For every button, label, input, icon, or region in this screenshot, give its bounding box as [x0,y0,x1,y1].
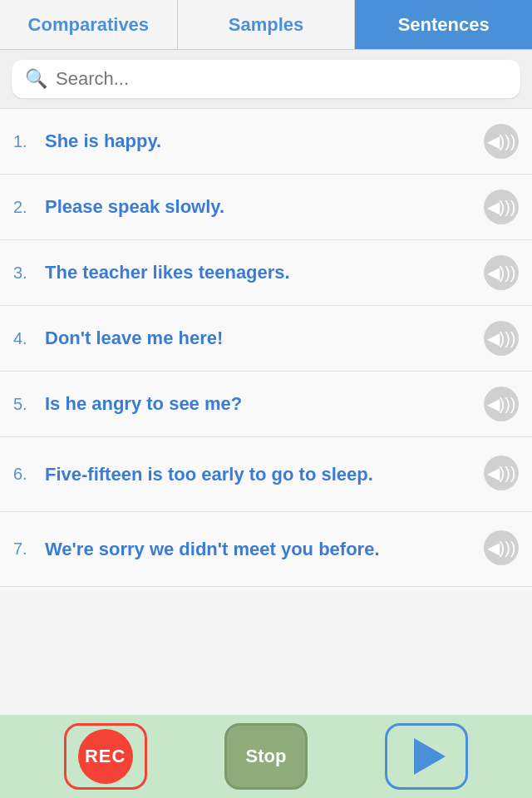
list-item: 3. The teacher likes teenagers. ◀))) [0,240,532,306]
speaker-icon: ◀))) [487,197,516,217]
play-button[interactable] [385,723,468,790]
list-item: 6. Five-fifteen is too early to go to sl… [0,437,532,512]
tab-sentences[interactable]: Sentences [355,0,532,49]
rec-label: REC [78,729,133,784]
item-number: 7. [13,539,45,559]
sound-button[interactable]: ◀))) [484,321,519,356]
speaker-icon: ◀))) [487,463,516,483]
sound-button[interactable]: ◀))) [484,190,519,224]
item-number: 3. [13,264,45,283]
sound-button[interactable]: ◀))) [484,387,519,421]
tab-comparatives[interactable]: Comparatives [0,0,178,49]
item-number: 1. [13,132,45,151]
sentences-list: 1. She is happy. ◀))) 2. Please speak sl… [0,108,532,740]
play-icon [414,738,446,775]
item-text: Five-fifteen is too early to go to sleep… [45,462,475,487]
item-text: Please speak slowly. [45,195,475,219]
item-number: 5. [13,395,45,414]
tab-samples[interactable]: Samples [178,0,356,49]
sound-button[interactable]: ◀))) [484,255,519,290]
list-item: 5. Is he angry to see me? ◀))) [0,372,532,437]
item-text: The teacher likes teenagers. [45,260,475,285]
list-item: 2. Please speak slowly. ◀))) [0,175,532,240]
sound-button[interactable]: ◀))) [484,456,519,490]
speaker-icon: ◀))) [487,394,516,414]
speaker-icon: ◀))) [487,131,516,151]
item-text: She is happy. [45,129,475,154]
item-text: Don't leave me here! [45,326,475,351]
search-icon: 🔍 [25,68,47,90]
item-number: 2. [13,198,45,217]
list-item: 4. Don't leave me here! ◀))) [0,306,532,372]
sound-button[interactable]: ◀))) [484,530,519,565]
stop-button[interactable]: Stop [224,723,308,790]
search-container: 🔍 [0,50,532,108]
list-item: 7. We're sorry we didn't meet you before… [0,512,532,587]
sound-button[interactable]: ◀))) [484,124,519,159]
item-number: 6. [13,465,45,484]
speaker-icon: ◀))) [487,538,516,558]
bottom-toolbar: REC Stop [0,715,532,798]
speaker-icon: ◀))) [487,263,516,283]
item-text: Is he angry to see me? [45,392,475,416]
tab-bar: Comparatives Samples Sentences [0,0,532,50]
item-number: 4. [13,329,45,348]
search-input[interactable] [56,68,507,90]
speaker-icon: ◀))) [487,328,516,348]
record-button[interactable]: REC [64,723,147,790]
item-text: We're sorry we didn't meet you before. [45,537,475,562]
search-bar: 🔍 [12,60,520,98]
list-item: 1. She is happy. ◀))) [0,108,532,175]
